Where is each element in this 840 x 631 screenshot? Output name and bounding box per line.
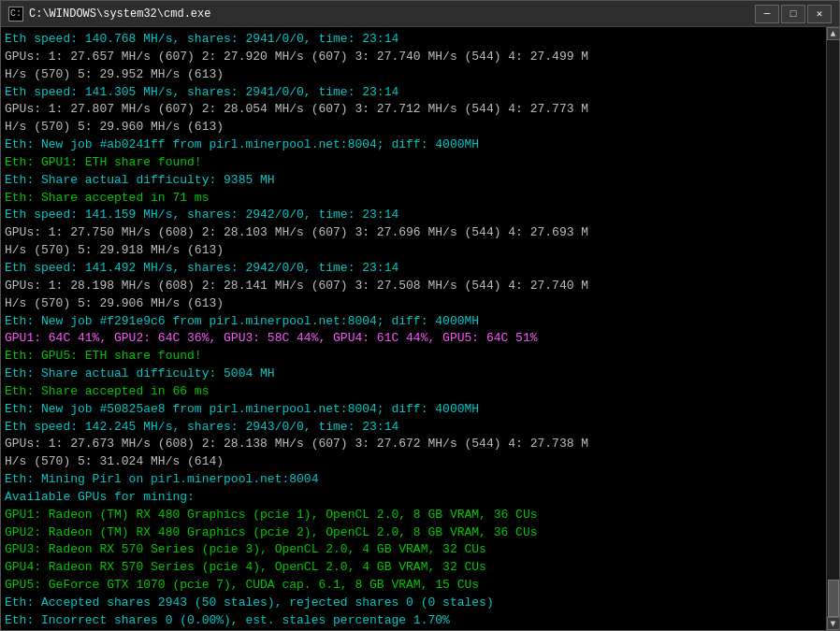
terminal-line: Eth: Share actual difficulty: 5004 MH: [5, 366, 822, 383]
terminal-line: Eth: New job #f291e9c6 from pirl.minerpo…: [5, 313, 822, 331]
terminal-line: Eth speed: 141.159 MH/s, shares: 2942/0/…: [5, 207, 822, 224]
terminal-line: GPU4: Radeon RX 570 Series (pcie 4), Ope…: [5, 559, 822, 577]
terminal-line: GPU3: Radeon RX 570 Series (pcie 3), Ope…: [5, 541, 822, 559]
terminal-line: Eth: Incorrect shares 0 (0.00%), est. st…: [5, 612, 822, 630]
scrollbar[interactable]: ▲ ▼: [826, 27, 839, 630]
terminal-line: GPUs: 1: 27.807 MH/s (607) 2: 28.054 MH/…: [5, 101, 822, 119]
terminal-line: GPU2: Radeon (TM) RX 480 Graphics (pcie …: [5, 524, 822, 542]
terminal-line: GPU1: Radeon (TM) RX 480 Graphics (pcie …: [5, 507, 822, 524]
window-title: C:\WINDOWS\system32\cmd.exe: [29, 7, 210, 21]
terminal-line: Eth: Share actual difficulty: 9385 MH: [5, 172, 822, 190]
terminal-line: GPUs: 1: 27.657 MH/s (607) 2: 27.920 MH/…: [5, 49, 822, 66]
scroll-thumb[interactable]: [828, 580, 839, 617]
terminal-line: GPUs: 1: 27.750 MH/s (608) 2: 28.103 MH/…: [5, 224, 822, 242]
terminal-line: Eth: New job #50825ae8 from pirl.minerpo…: [5, 401, 822, 419]
terminal-line: Eth: Accepted shares 2943 (50 stales), r…: [5, 595, 822, 612]
terminal-content: Eth speed: 140.768 MH/s, shares: 2941/0/…: [1, 27, 826, 630]
maximize-button[interactable]: □: [781, 5, 805, 23]
terminal-line: H/s (570) 5: 31.024 MH/s (614): [5, 453, 822, 471]
terminal-line: Available GPUs for mining:: [5, 489, 822, 507]
terminal-line: GPUs: 1: 28.198 MH/s (608) 2: 28.141 MH/…: [5, 278, 822, 295]
scroll-up-arrow[interactable]: ▲: [827, 27, 840, 40]
terminal-line: GPU1: 64C 41%, GPU2: 64C 36%, GPU3: 58C …: [5, 330, 822, 348]
terminal-line: Eth: New job #ab0241ff from pirl.minerpo…: [5, 136, 822, 154]
terminal-line: H/s (570) 5: 29.918 MH/s (613): [5, 242, 822, 260]
terminal-line: Eth speed: 140.768 MH/s, shares: 2941/0/…: [5, 31, 822, 49]
terminal-line: Eth: Mining Pirl on pirl.minerpool.net:8…: [5, 471, 822, 489]
terminal-line: Eth speed: 142.245 MH/s, shares: 2943/0/…: [5, 419, 822, 437]
terminal-line: Eth: GPU5: ETH share found!: [5, 348, 822, 366]
cmd-icon: C:: [8, 7, 23, 22]
title-bar: C: C:\WINDOWS\system32\cmd.exe ─ □ ✕: [1, 1, 839, 27]
scroll-track[interactable]: [827, 40, 839, 617]
terminal-line: GPU5: GeForce GTX 1070 (pcie 7), CUDA ca…: [5, 577, 822, 595]
terminal-line: Eth: Share accepted in 66 ms: [5, 383, 822, 401]
title-bar-buttons: ─ □ ✕: [755, 5, 832, 23]
terminal-line: Eth: GPU1: ETH share found!: [5, 154, 822, 172]
terminal-line: H/s (570) 5: 29.960 MH/s (613): [5, 119, 822, 136]
close-button[interactable]: ✕: [807, 5, 832, 23]
terminal-line: H/s (570) 5: 29.906 MH/s (613): [5, 295, 822, 313]
terminal-line: Eth speed: 141.492 MH/s, shares: 2942/0/…: [5, 260, 822, 278]
scroll-down-arrow[interactable]: ▼: [827, 617, 840, 630]
terminal-line: H/s (570) 5: 29.952 MH/s (613): [5, 66, 822, 84]
terminal-wrapper: Eth speed: 140.768 MH/s, shares: 2941/0/…: [1, 27, 839, 630]
terminal-line: Eth speed: 141.305 MH/s, shares: 2941/0/…: [5, 84, 822, 102]
terminal-line: Eth: Share accepted in 71 ms: [5, 190, 822, 208]
title-bar-left: C: C:\WINDOWS\system32\cmd.exe: [8, 7, 210, 22]
window: C: C:\WINDOWS\system32\cmd.exe ─ □ ✕ Eth…: [0, 0, 840, 631]
minimize-button[interactable]: ─: [755, 5, 779, 23]
terminal-line: GPUs: 1: 27.673 MH/s (608) 2: 28.138 MH/…: [5, 436, 822, 453]
